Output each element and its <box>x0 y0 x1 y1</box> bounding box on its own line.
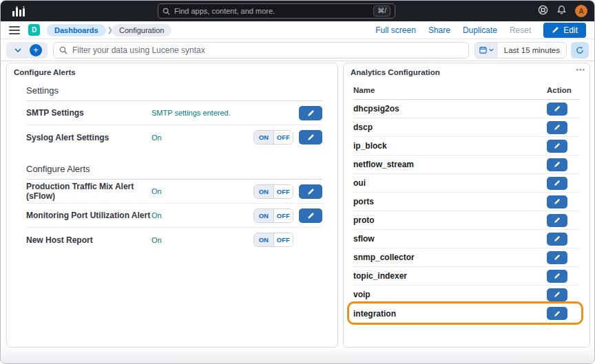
edit-smtp-button[interactable] <box>299 106 322 120</box>
app-logo-icon[interactable] <box>12 6 27 19</box>
time-range-label[interactable]: Last 15 minutes <box>498 46 566 54</box>
analytic-name: sflow <box>353 234 547 244</box>
edit-analytic-button[interactable] <box>547 307 567 320</box>
reset-link[interactable]: Reset <box>510 25 531 35</box>
analytic-name: oui <box>353 178 547 188</box>
toggle-off[interactable]: OFF <box>274 185 293 198</box>
help-icon[interactable] <box>538 5 548 18</box>
share-link[interactable]: Share <box>428 25 450 35</box>
column-header-action: Action <box>547 86 580 94</box>
calendar-button[interactable] <box>475 43 498 58</box>
pencil-icon <box>307 109 315 117</box>
filter-menu-button[interactable] <box>9 42 27 58</box>
table-row: netflow_stream <box>353 156 580 174</box>
pencil-icon <box>554 180 561 186</box>
table-row: oui <box>353 174 580 193</box>
analytics-table: Name Action dhcpsig2os dscp ip_block net… <box>353 81 580 323</box>
query-input[interactable] <box>72 45 463 55</box>
toggle-off[interactable]: OFF <box>274 131 293 144</box>
duplicate-link[interactable]: Duplicate <box>463 25 497 35</box>
chevron-down-icon <box>14 48 21 52</box>
edit-analytic-button[interactable] <box>547 251 567 264</box>
query-bar: + Last 15 minutes <box>1 39 594 61</box>
add-filter-button[interactable]: + <box>30 44 42 56</box>
edit-monitoring-port-button[interactable] <box>299 208 322 223</box>
analytic-name: netflow_stream <box>353 160 547 169</box>
syslog-on-off-toggle[interactable]: ON OFF <box>253 130 293 144</box>
edit-button[interactable]: Edit <box>543 23 586 38</box>
edit-analytic-button[interactable] <box>547 158 567 171</box>
toggle-off[interactable]: OFF <box>274 209 293 222</box>
edit-analytic-button[interactable] <box>547 214 567 227</box>
toggle-off[interactable]: OFF <box>274 233 293 246</box>
refresh-button[interactable] <box>571 42 589 58</box>
edit-analytic-button[interactable] <box>547 195 567 208</box>
production-traffic-on-off-toggle[interactable]: ON OFF <box>253 184 293 199</box>
toggle-on[interactable]: ON <box>254 131 274 144</box>
analytic-name: ports <box>353 197 547 206</box>
pencil-icon <box>554 198 561 205</box>
table-row: sflow <box>353 230 580 248</box>
pencil-icon <box>554 217 561 224</box>
pencil-icon <box>554 124 561 131</box>
edit-analytic-button[interactable] <box>547 103 567 116</box>
panel-title: Configure Alerts <box>14 68 331 76</box>
panel-menu-icon[interactable]: ••• <box>576 66 585 74</box>
search-icon <box>163 8 170 15</box>
alert-status: On <box>152 187 253 195</box>
analytic-name: snmp_collector <box>353 253 547 262</box>
chevron-down-icon <box>489 48 494 52</box>
configure-alerts-panel: Configure Alerts Settings SMTP Settings … <box>6 63 338 347</box>
toggle-on[interactable]: ON <box>254 185 274 198</box>
filter-controls: + <box>6 42 48 58</box>
monitoring-port-on-off-toggle[interactable]: ON OFF <box>253 208 293 223</box>
breadcrumb-configuration: Configuration <box>112 24 171 36</box>
table-row: dscp <box>353 118 580 137</box>
edit-syslog-button[interactable] <box>299 130 322 144</box>
new-host-on-off-toggle[interactable]: ON OFF <box>253 233 293 247</box>
edit-analytic-button[interactable] <box>547 288 567 301</box>
toggle-on[interactable]: ON <box>254 209 274 222</box>
pencil-icon <box>307 212 315 220</box>
global-header: ⌘/ A <box>1 1 594 21</box>
table-row: ports <box>353 193 580 211</box>
edit-analytic-button[interactable] <box>547 233 567 246</box>
alert-row-monitoring-port: Monitoring Port Utilization Alert On ON … <box>26 204 322 228</box>
toggle-on[interactable]: ON <box>254 233 274 246</box>
table-row-highlighted: integration <box>353 304 580 323</box>
calendar-icon <box>479 46 487 54</box>
pencil-icon <box>554 105 561 112</box>
alert-label: Monitoring Port Utilization Alert <box>26 211 152 220</box>
pencil-icon <box>554 272 561 279</box>
edit-analytic-button[interactable] <box>547 140 567 153</box>
alert-status: On <box>152 236 253 244</box>
newsfeed-icon[interactable] <box>556 5 567 18</box>
table-row: proto <box>353 211 580 230</box>
analytic-name: dscp <box>353 122 547 132</box>
table-row: topic_indexer <box>353 267 580 286</box>
alert-row-production-traffic: Production Traffic Mix Alert (sFlow) On … <box>26 180 322 204</box>
user-avatar[interactable]: A <box>575 5 587 17</box>
table-header: Name Action <box>353 81 580 100</box>
alert-row-new-host: New Host Report On ON OFF <box>26 228 322 252</box>
breadcrumb-dashboards[interactable]: Dashboards <box>47 24 106 36</box>
header-right-icons: A <box>538 1 587 21</box>
pencil-icon <box>307 188 315 195</box>
full-screen-link[interactable]: Full screen <box>375 25 416 35</box>
edit-analytic-button[interactable] <box>547 270 567 283</box>
global-search[interactable]: ⌘/ <box>158 3 395 19</box>
edit-production-traffic-button[interactable] <box>299 184 322 199</box>
column-header-name: Name <box>353 86 547 94</box>
analytic-name: dhcpsig2os <box>353 104 547 114</box>
pencil-icon <box>307 133 315 141</box>
global-search-input[interactable] <box>174 7 373 15</box>
table-row: ip_block <box>353 137 580 156</box>
menu-hamburger-icon[interactable] <box>9 26 20 34</box>
edit-analytic-button[interactable] <box>547 177 567 190</box>
keyboard-shortcut-badge: ⌘/ <box>373 6 390 17</box>
edit-analytic-button[interactable] <box>547 121 567 134</box>
query-input-wrap[interactable] <box>53 42 469 58</box>
analytic-name: proto <box>353 215 547 225</box>
space-badge[interactable]: D <box>28 24 40 36</box>
alerts-body: Settings SMTP Settings SMTP settings ent… <box>26 79 322 252</box>
